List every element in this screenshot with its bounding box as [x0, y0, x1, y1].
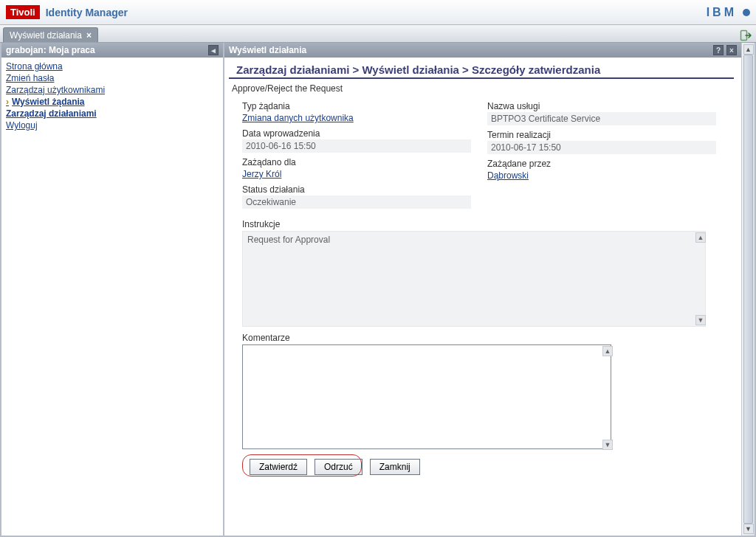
sidebar-item-home[interactable]: Strona główna [4, 60, 220, 72]
sidebar-item-activities-active[interactable]: Zarządzaj działaniami [4, 108, 220, 119]
scroll-down-icon[interactable]: ▼ [743, 524, 754, 534]
value-due: 2010-06-17 15:50 [487, 141, 716, 154]
logout-icon[interactable] [740, 29, 753, 42]
help-icon[interactable]: ? [713, 45, 724, 55]
scroll-up-icon[interactable]: ▲ [602, 346, 613, 356]
value-entry-date: 2010-06-16 15:50 [242, 139, 471, 153]
content-title: Wyświetl działania [229, 45, 306, 55]
sidebar-item-logout[interactable]: Wyloguj [4, 119, 220, 131]
sidebar-header: grabojan: Moja praca ◄ [1, 43, 223, 58]
vertical-scrollbar[interactable]: ▲ ▼ [741, 43, 755, 536]
ibm-logo-text: IBM [707, 6, 737, 19]
label-comments: Komentarze [242, 333, 724, 343]
reject-button[interactable]: Odrzuć [315, 459, 362, 475]
right-column: Nazwa usługi BPTPO3 Certificate Service … [487, 101, 724, 213]
link-requested-by[interactable]: Dąbrowski [487, 170, 529, 181]
globe-icon [743, 9, 750, 16]
button-row: Zatwierdź Odrzuć Zamknij [242, 451, 724, 481]
label-requested-for: Zażądano dla [242, 157, 478, 167]
sidebar-title: grabojan: Moja praca [6, 45, 95, 55]
label-status: Status działania [242, 184, 478, 195]
close-button[interactable]: Zamknij [370, 459, 420, 475]
link-requested-for[interactable]: Jerzy Król [242, 168, 281, 180]
scrollbar-thumb[interactable] [743, 55, 753, 524]
label-instructions: Instrukcje [242, 219, 724, 229]
collapse-left-icon[interactable]: ◄ [208, 45, 219, 55]
tab-strip: Wyświetl działania × [0, 25, 756, 43]
sidebar-item-requests[interactable]: Wyświetl żądania [4, 96, 220, 108]
app-title: Identity Manager [46, 7, 128, 18]
close-icon[interactable]: × [86, 30, 92, 41]
tivoli-badge: Tivoli [6, 5, 40, 19]
sidebar-item-users[interactable]: Zarządzaj użytkownikami [4, 84, 220, 96]
comments-input[interactable] [242, 344, 611, 449]
page-subtitle: Approve/Reject the Request [224, 82, 741, 98]
scroll-up-icon[interactable]: ▲ [695, 232, 706, 243]
form-area: Typ żądania Zmiana danych użytkownika Da… [224, 98, 741, 536]
label-service: Nazwa usługi [487, 101, 724, 111]
scroll-up-icon[interactable]: ▲ [743, 44, 754, 55]
tab-label: Wyświetl działania [10, 30, 82, 41]
label-requested-by: Zażądane przez [487, 159, 724, 169]
sidebar: grabojan: Moja praca ◄ Strona główna Zmi… [0, 43, 224, 537]
ibm-logo: IBM [707, 6, 750, 19]
breadcrumb: Zarządzaj działaniami > Wyświetl działan… [229, 59, 734, 79]
sidebar-item-password[interactable]: Zmień hasła [4, 72, 220, 84]
approve-button[interactable]: Zatwierdź [250, 459, 307, 475]
sidebar-nav: Strona główna Zmień hasła Zarządzaj użyt… [1, 58, 223, 134]
instructions-box: Request for Approval [242, 231, 706, 327]
scroll-down-icon[interactable]: ▼ [602, 440, 613, 450]
scroll-down-icon[interactable]: ▼ [695, 315, 706, 325]
content-panel: Wyświetl działania ? × Zarządzaj działan… [224, 43, 756, 537]
tab-view-activities[interactable]: Wyświetl działania × [3, 27, 98, 42]
label-request-type: Typ żądania [242, 101, 478, 111]
close-panel-icon[interactable]: × [726, 45, 737, 55]
link-request-type[interactable]: Zmiana danych użytkownika [242, 112, 354, 124]
label-entry-date: Data wprowadzenia [242, 128, 478, 139]
content-header: Wyświetl działania ? × [224, 43, 741, 58]
top-banner: Tivoli Identity Manager IBM [0, 0, 756, 25]
label-due: Termin realizacji [487, 130, 724, 140]
value-status: Oczekiwanie [242, 195, 471, 209]
left-column: Typ żądania Zmiana danych użytkownika Da… [242, 101, 478, 213]
value-service: BPTPO3 Certificate Service [487, 112, 716, 125]
